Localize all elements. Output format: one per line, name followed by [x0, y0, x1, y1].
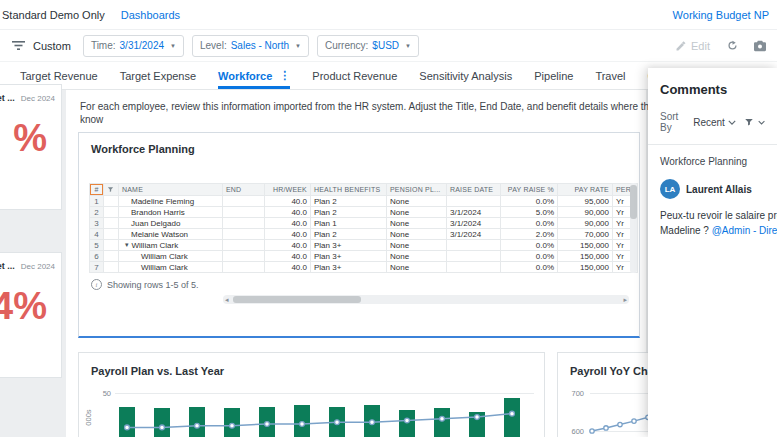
cell-end[interactable]: [223, 229, 265, 240]
cell-health_benefits[interactable]: Plan 2: [311, 229, 387, 240]
cell-name[interactable]: Brandon Harris: [119, 207, 223, 218]
horizontal-scrollbar[interactable]: ◂ ▸: [223, 295, 629, 304]
working-budget-link[interactable]: Working Budget NP: [673, 9, 769, 21]
cell-health_benefits[interactable]: Plan 2: [311, 207, 387, 218]
cell-icon[interactable]: [104, 207, 119, 218]
cell-health_benefits[interactable]: Plan 1: [311, 218, 387, 229]
tab-target-expense[interactable]: Target Expense: [120, 62, 196, 89]
column-header-end[interactable]: END: [223, 183, 265, 196]
row-expand-icon[interactable]: ▾: [125, 241, 129, 249]
cell-hr_week[interactable]: 40.0: [265, 207, 311, 218]
scroll-left-arrow-icon[interactable]: ◂: [223, 295, 231, 304]
cell-icon[interactable]: [104, 240, 119, 251]
cell-pay_rate[interactable]: 150,000: [558, 240, 613, 251]
cell-hr_week[interactable]: 40.0: [265, 196, 311, 207]
cell-pay_raise_pct[interactable]: 0.0%: [501, 251, 558, 262]
cell-pension[interactable]: None: [387, 196, 447, 207]
cell-pay_raise_pct[interactable]: 0.0%: [501, 218, 558, 229]
vertical-scrollbar-thumb[interactable]: [630, 185, 637, 219]
cell-end[interactable]: [223, 251, 265, 262]
cell-raise_date[interactable]: 3/1/2024: [447, 218, 501, 229]
payroll-plan-chart-card[interactable]: Payroll Plan vs. Last Year 050000s: [78, 352, 545, 437]
tab-product-revenue[interactable]: Product Revenue: [312, 62, 397, 89]
cell-pension[interactable]: None: [387, 207, 447, 218]
cell-health_benefits[interactable]: Plan 3+: [311, 262, 387, 273]
column-header-hr_week[interactable]: HR/WEEK: [265, 183, 311, 196]
cell-pension[interactable]: None: [387, 218, 447, 229]
kpi-card-1[interactable]: et ... Dec 2024 %: [0, 84, 62, 210]
cell-icon[interactable]: [104, 218, 119, 229]
row-number-cell[interactable]: 5: [89, 240, 104, 251]
row-number-cell[interactable]: 3: [89, 218, 104, 229]
cell-hr_week[interactable]: 40.0: [265, 229, 311, 240]
dashboards-link[interactable]: Dashboards: [121, 9, 180, 21]
cell-pension[interactable]: None: [387, 251, 447, 262]
row-number-cell[interactable]: 2: [89, 207, 104, 218]
cell-icon[interactable]: [104, 229, 119, 240]
cell-pension[interactable]: None: [387, 229, 447, 240]
cell-raise_date[interactable]: 3/1/2024: [447, 229, 501, 240]
cell-end[interactable]: [223, 240, 265, 251]
cell-end[interactable]: [223, 262, 265, 273]
cell-pay_raise_pct[interactable]: 5.0%: [501, 207, 558, 218]
sort-by-dropdown[interactable]: Recent: [693, 117, 736, 128]
cell-end[interactable]: [223, 196, 265, 207]
column-header-pension[interactable]: PENSION PL...: [387, 183, 447, 196]
tab-pipeline[interactable]: Pipeline: [534, 62, 573, 89]
cell-name[interactable]: Juan Delgado: [119, 218, 223, 229]
cell-pay_rate[interactable]: 90,000: [558, 218, 613, 229]
tab-travel[interactable]: Travel: [595, 62, 625, 89]
tab-menu-kebab-icon[interactable]: ⋮: [279, 69, 290, 82]
cell-raise_date[interactable]: [447, 262, 501, 273]
cell-name[interactable]: William Clark: [119, 251, 223, 262]
column-header-pay_rate[interactable]: PAY RATE: [558, 183, 613, 196]
time-filter-dropdown[interactable]: Time: 3/31/2024 ▼: [83, 35, 184, 57]
cell-pay_rate[interactable]: 150,000: [558, 251, 613, 262]
cell-raise_date[interactable]: [447, 251, 501, 262]
cell-pension[interactable]: None: [387, 240, 447, 251]
cell-hr_week[interactable]: 40.0: [265, 251, 311, 262]
cell-pay_raise_pct[interactable]: 0.0%: [501, 262, 558, 273]
cell-pension[interactable]: None: [387, 262, 447, 273]
cell-name[interactable]: Madeline Fleming: [119, 196, 223, 207]
cell-icon[interactable]: [104, 196, 119, 207]
tab-workforce[interactable]: Workforce⋮: [218, 62, 290, 89]
row-number-cell[interactable]: 6: [89, 251, 104, 262]
cell-end[interactable]: [223, 207, 265, 218]
column-header-raise_date[interactable]: RAISE DATE: [447, 183, 501, 196]
row-number-column-header[interactable]: #: [89, 183, 104, 196]
row-number-cell[interactable]: 4: [89, 229, 104, 240]
cell-hr_week[interactable]: 40.0: [265, 240, 311, 251]
column-header-health_benefits[interactable]: HEALTH BENEFITS: [311, 183, 387, 196]
currency-filter-dropdown[interactable]: Currency: $USD ▼: [317, 35, 419, 57]
filter-lines-icon[interactable]: [12, 40, 25, 51]
column-header-icon[interactable]: [104, 183, 119, 196]
refresh-icon[interactable]: [726, 39, 739, 52]
cell-raise_date[interactable]: [447, 240, 501, 251]
column-header-name[interactable]: NAME: [119, 183, 223, 196]
cell-health_benefits[interactable]: Plan 2: [311, 196, 387, 207]
tab-sensitivity-analysis[interactable]: Sensitivity Analysis: [419, 62, 512, 89]
cell-pay_rate[interactable]: 150,000: [558, 262, 613, 273]
cell-health_benefits[interactable]: Plan 3+: [311, 240, 387, 251]
cell-icon[interactable]: [104, 251, 119, 262]
edit-button[interactable]: Edit: [675, 40, 710, 52]
scroll-right-arrow-icon[interactable]: ▸: [621, 295, 629, 304]
cell-name[interactable]: Melanie Watson: [119, 229, 223, 240]
vertical-scrollbar[interactable]: [630, 183, 637, 273]
cell-pay_rate[interactable]: 95,000: [558, 196, 613, 207]
cell-pay_rate[interactable]: 90,000: [558, 207, 613, 218]
comments-filter-icon[interactable]: [744, 117, 754, 127]
comment-mention-link[interactable]: @Admin - Director: [712, 225, 777, 236]
column-header-pay_raise_pct[interactable]: PAY RAISE %: [501, 183, 558, 196]
cell-hr_week[interactable]: 40.0: [265, 218, 311, 229]
cell-end[interactable]: [223, 218, 265, 229]
cell-pay_raise_pct[interactable]: 2.0%: [501, 229, 558, 240]
cell-name[interactable]: William Clark: [119, 262, 223, 273]
level-filter-dropdown[interactable]: Level: Sales - North ▼: [192, 35, 309, 57]
cell-health_benefits[interactable]: Plan 3+: [311, 251, 387, 262]
cell-hr_week[interactable]: 40.0: [265, 262, 311, 273]
cell-raise_date[interactable]: [447, 196, 501, 207]
cell-raise_date[interactable]: 3/1/2024: [447, 207, 501, 218]
row-number-cell[interactable]: 1: [89, 196, 104, 207]
